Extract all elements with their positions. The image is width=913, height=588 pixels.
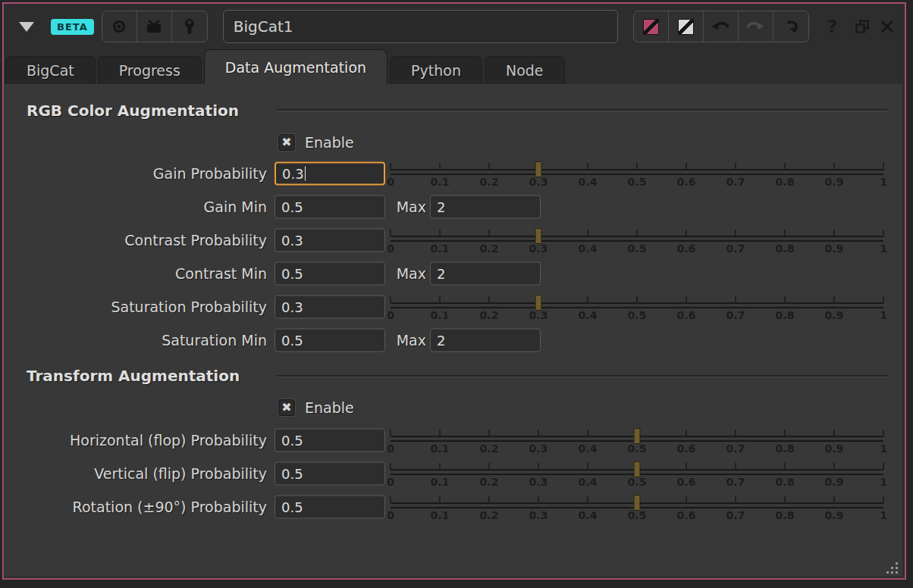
gain-probability-slider[interactable]: 00.10.20.30.40.50.60.70.80.91 xyxy=(391,160,883,187)
slider-handle[interactable] xyxy=(535,295,542,311)
slider-tick-label: 0 xyxy=(387,309,394,321)
slider-tick-label: 0 xyxy=(387,242,394,255)
slider-tick xyxy=(883,163,884,170)
slider-tick xyxy=(488,296,490,303)
flip-probability-field[interactable]: 0.5 xyxy=(275,462,385,486)
node-name-input[interactable]: BigCat1 xyxy=(223,10,618,43)
contrast-max-field[interactable]: 2 xyxy=(430,262,541,286)
disclosure-triangle-icon[interactable] xyxy=(19,22,34,32)
slider-tick-label: 0.4 xyxy=(579,176,598,188)
slider-track[interactable] xyxy=(391,236,883,242)
slider-track[interactable] xyxy=(391,169,883,175)
float-window-button[interactable] xyxy=(855,20,870,34)
rotation-probability-slider[interactable]: 00.10.20.30.40.50.60.70.80.91 xyxy=(391,493,883,521)
slider-tick xyxy=(686,163,687,170)
slider-tick xyxy=(587,296,588,303)
slider-tick-label: 0.4 xyxy=(579,242,598,255)
saturation-max-field[interactable]: 2 xyxy=(430,329,541,352)
revert-button[interactable] xyxy=(773,11,808,42)
flop-probability-field[interactable]: 0.5 xyxy=(275,429,385,452)
monitor-icon xyxy=(145,19,163,34)
slider-tick-label: 0.2 xyxy=(480,443,499,455)
contrast-probability-field[interactable]: 0.3 xyxy=(275,229,385,252)
field-value: 0.5 xyxy=(281,333,303,349)
param-row-flip-probability: Vertical (flip) Probability 0.5 00.10.20… xyxy=(5,460,902,487)
rotation-probability-field[interactable]: 0.5 xyxy=(275,496,385,519)
flop-probability-slider[interactable]: 00.10.20.30.40.50.60.70.80.91 xyxy=(391,427,883,454)
help-button[interactable]: ? xyxy=(827,17,837,36)
slider-handle[interactable] xyxy=(535,228,542,244)
slider-tick xyxy=(390,163,391,170)
slider-tick-label: 0.2 xyxy=(480,509,499,521)
param-label: Contrast Probability xyxy=(5,232,267,249)
check-mark-icon: ✖ xyxy=(281,136,291,149)
slider-tick-label: 0.8 xyxy=(776,242,795,255)
field-value: 0.5 xyxy=(281,499,303,515)
slider-tick xyxy=(883,430,884,436)
tab-data-augmentation[interactable]: Data Augmentation xyxy=(204,49,387,84)
tab-bigcat[interactable]: BigCat xyxy=(5,56,96,84)
param-label: Vertical (flip) Probability xyxy=(5,465,267,482)
postage-stamp-button[interactable] xyxy=(137,11,172,42)
slider-handle[interactable] xyxy=(634,461,641,477)
gain-probability-field[interactable]: 0.3 xyxy=(275,162,385,186)
revert-icon xyxy=(783,19,799,34)
slider-tick xyxy=(538,430,539,436)
text-cursor xyxy=(305,167,306,181)
slider-tick-label: 0.6 xyxy=(677,443,696,455)
slider-tick xyxy=(587,230,588,236)
slider-tick xyxy=(686,296,687,303)
resize-grip[interactable] xyxy=(886,562,899,574)
slider-tick xyxy=(784,463,786,470)
slider-handle[interactable] xyxy=(634,495,641,511)
param-row-rotation-probability: Rotation (±90°) Probability 0.5 00.10.20… xyxy=(5,493,902,521)
transform-enable-label: Enable xyxy=(305,399,354,416)
contrast-probability-slider[interactable]: 00.10.20.30.40.50.60.70.80.91 xyxy=(391,227,883,254)
close-button[interactable] xyxy=(880,20,894,33)
field-value: 0.3 xyxy=(281,233,303,249)
slider-tick xyxy=(587,463,588,470)
undo-button[interactable] xyxy=(704,11,739,42)
tab-node[interactable]: Node xyxy=(485,56,565,84)
redo-button[interactable] xyxy=(739,11,773,42)
node-color-button[interactable] xyxy=(634,11,669,42)
saturation-probability-field[interactable]: 0.3 xyxy=(275,296,385,319)
saturation-probability-slider[interactable]: 00.10.20.30.40.50.60.70.80.91 xyxy=(391,293,883,321)
settings-button[interactable] xyxy=(172,11,207,42)
gain-max-field[interactable]: 2 xyxy=(430,195,541,219)
param-label: Gain Probability xyxy=(5,165,267,182)
slider-handle[interactable] xyxy=(535,161,542,177)
slider-track[interactable] xyxy=(391,302,883,308)
slider-tick-label: 0 xyxy=(387,476,394,488)
tab-progress[interactable]: Progress xyxy=(98,56,202,84)
rgb-enable-checkbox[interactable]: ✖ xyxy=(278,134,295,151)
slider-tick xyxy=(735,430,736,436)
slider-tick xyxy=(833,430,835,436)
transform-enable-checkbox[interactable]: ✖ xyxy=(278,399,295,416)
node-toolbar xyxy=(102,11,208,42)
tabstrip: BigCat Progress Data Augmentation Python… xyxy=(4,48,905,84)
slider-tick-label: 0.4 xyxy=(579,309,598,321)
panel-toolbar xyxy=(633,11,809,42)
center-node-button[interactable] xyxy=(102,11,137,42)
grip-dots-icon xyxy=(886,562,889,565)
field-value: 2 xyxy=(437,266,445,282)
slider-tick xyxy=(686,230,687,236)
slider-tick-label: 0 xyxy=(387,443,394,455)
tab-python[interactable]: Python xyxy=(390,56,482,84)
slider-tick-label: 0.2 xyxy=(480,242,499,255)
slider-tick xyxy=(636,163,638,170)
slider-tick-label: 0.5 xyxy=(628,176,647,188)
slider-tick xyxy=(735,163,736,170)
slider-tick-label: 0.3 xyxy=(529,309,548,321)
restore-window-icon xyxy=(855,20,870,34)
section-heading-rgb: RGB Color Augmentation xyxy=(27,100,239,121)
enable-row-transform: ✖ Enable xyxy=(5,394,902,421)
slider-tick-label: 0.6 xyxy=(677,309,696,321)
flip-probability-slider[interactable]: 00.10.20.30.40.50.60.70.80.91 xyxy=(391,460,883,487)
slider-tick xyxy=(833,296,835,303)
slider-tick xyxy=(833,496,835,503)
slider-tick-label: 0.4 xyxy=(579,476,598,488)
panel-color-button[interactable] xyxy=(669,11,704,42)
slider-handle[interactable] xyxy=(634,428,641,444)
